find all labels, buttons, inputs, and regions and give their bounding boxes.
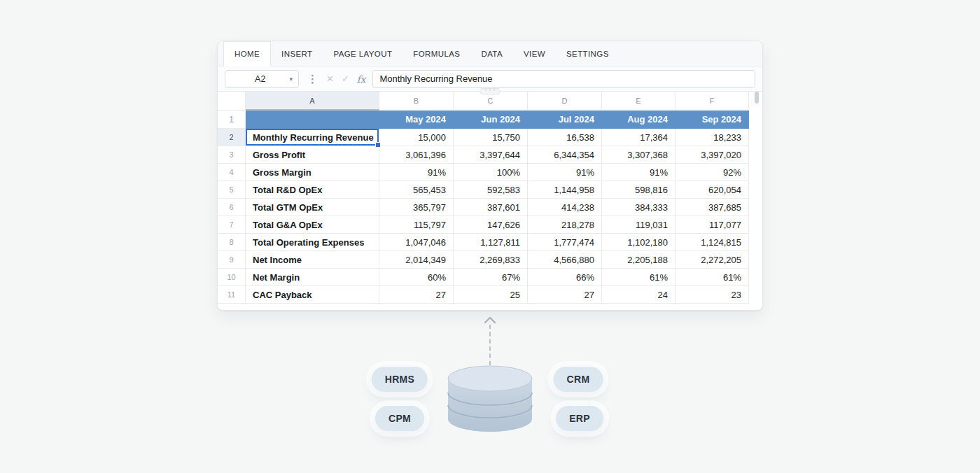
cell[interactable]: 15,750 (454, 129, 528, 146)
cell[interactable]: 117,077 (676, 216, 749, 234)
cell[interactable]: 100% (454, 164, 528, 181)
cell-label[interactable]: Gross Profit (246, 146, 379, 164)
cell[interactable]: 16,538 (528, 129, 602, 146)
tab-insert[interactable]: INSERT (271, 41, 323, 66)
cell[interactable]: 147,626 (454, 216, 528, 234)
cell-label[interactable]: Total Operating Expenses (246, 234, 379, 251)
tab-settings[interactable]: SETTINGS (556, 41, 620, 66)
cell[interactable]: 365,797 (379, 199, 454, 216)
cell[interactable]: Jun 2024 (454, 111, 528, 129)
row-number[interactable]: 10 (218, 269, 246, 286)
cell-label[interactable]: Net Income (246, 251, 379, 269)
row-number[interactable]: 8 (218, 234, 246, 251)
cell[interactable]: 2,269,833 (454, 251, 528, 269)
cell[interactable]: 25 (454, 286, 528, 304)
cell[interactable]: May 2024 (379, 111, 454, 129)
cell[interactable]: 387,601 (454, 199, 528, 216)
row-number[interactable]: 1 (218, 111, 246, 129)
cell[interactable]: 61% (676, 269, 749, 286)
column-header-f[interactable]: F (676, 92, 749, 111)
cell[interactable]: 414,238 (528, 199, 602, 216)
confirm-icon[interactable]: ✓ (342, 74, 349, 83)
cell[interactable]: 2,272,205 (676, 251, 749, 269)
cell[interactable]: 2,205,188 (602, 251, 676, 269)
cell[interactable] (246, 111, 379, 129)
cell[interactable]: 61% (602, 269, 676, 286)
row-number[interactable]: 3 (218, 146, 246, 164)
cell[interactable]: 1,124,815 (676, 234, 749, 251)
cell[interactable]: Aug 2024 (602, 111, 676, 129)
cell[interactable]: 1,144,958 (528, 181, 602, 199)
cell[interactable]: 27 (528, 286, 602, 304)
cell-label[interactable]: Total GTM OpEx (246, 199, 379, 216)
cell[interactable]: 18,233 (676, 129, 749, 146)
cell[interactable]: 3,061,396 (379, 146, 454, 164)
tab-view[interactable]: VIEW (513, 41, 556, 66)
formula-input[interactable] (372, 70, 755, 88)
cell-name-box[interactable]: A2 ▾ (225, 70, 299, 88)
cell[interactable]: 115,797 (379, 216, 454, 234)
vertical-scrollbar[interactable] (755, 92, 759, 104)
cell-reference: A2 (231, 74, 289, 84)
row-number[interactable]: 5 (218, 181, 246, 199)
row-number[interactable]: 7 (218, 216, 246, 234)
cell[interactable]: 91% (602, 164, 676, 181)
fx-icon[interactable]: fx (357, 73, 366, 85)
cell-label[interactable]: Total R&D OpEx (246, 181, 379, 199)
column-header-c[interactable]: C (454, 92, 528, 111)
cell[interactable]: 15,000 (379, 129, 454, 146)
selected-cell-a2[interactable]: Monthly Recurring Revenue (246, 129, 379, 146)
tab-formulas[interactable]: FORMULAS (402, 41, 470, 66)
row-number[interactable]: 4 (218, 164, 246, 181)
cell[interactable]: 24 (602, 286, 676, 304)
cell[interactable]: 27 (379, 286, 454, 304)
cell[interactable]: 1,047,046 (379, 234, 454, 251)
pane-resize-grip[interactable] (479, 88, 500, 94)
column-header-a[interactable]: A (246, 92, 379, 111)
cell[interactable]: 60% (379, 269, 454, 286)
column-header-e[interactable]: E (602, 92, 676, 111)
cell-label[interactable]: CAC Payback (246, 286, 379, 304)
tab-home[interactable]: HOME (223, 41, 271, 66)
cell[interactable]: 3,397,020 (676, 146, 749, 164)
cell[interactable]: 67% (454, 269, 528, 286)
cell[interactable]: 23 (676, 286, 749, 304)
column-header-d[interactable]: D (528, 92, 602, 111)
tab-data[interactable]: DATA (470, 41, 513, 66)
cell[interactable]: Jul 2024 (528, 111, 602, 129)
tab-page-layout[interactable]: PAGE LAYOUT (323, 41, 402, 66)
cancel-icon[interactable]: ✕ (326, 74, 334, 83)
cell-label[interactable]: Total G&A OpEx (246, 216, 379, 234)
cell[interactable]: 565,453 (379, 181, 454, 199)
cell[interactable]: 3,397,644 (454, 146, 528, 164)
kebab-menu-icon[interactable]: ⋮ (306, 73, 319, 84)
row-number[interactable]: 2 (218, 129, 246, 146)
row-number[interactable]: 11 (218, 286, 246, 304)
cell[interactable]: 1,777,474 (528, 234, 602, 251)
cell[interactable]: 17,364 (602, 129, 676, 146)
cell[interactable]: Sep 2024 (676, 111, 749, 129)
cell[interactable]: 4,566,880 (528, 251, 602, 269)
row-number[interactable]: 6 (218, 199, 246, 216)
cell[interactable]: 91% (379, 164, 454, 181)
cell[interactable]: 598,816 (602, 181, 676, 199)
cell[interactable]: 92% (676, 164, 749, 181)
cell[interactable]: 2,014,349 (379, 251, 454, 269)
cell-label[interactable]: Gross Margin (246, 164, 379, 181)
cell[interactable]: 384,333 (602, 199, 676, 216)
select-all-corner[interactable] (218, 92, 246, 111)
cell[interactable]: 387,685 (676, 199, 749, 216)
cell-label[interactable]: Net Margin (246, 269, 379, 286)
cell[interactable]: 1,127,811 (454, 234, 528, 251)
cell[interactable]: 3,307,368 (602, 146, 676, 164)
row-number[interactable]: 9 (218, 251, 246, 269)
cell[interactable]: 592,583 (454, 181, 528, 199)
cell[interactable]: 91% (528, 164, 602, 181)
column-header-b[interactable]: B (379, 92, 454, 111)
cell[interactable]: 6,344,354 (528, 146, 602, 164)
cell[interactable]: 218,278 (528, 216, 602, 234)
cell[interactable]: 620,054 (676, 181, 749, 199)
cell[interactable]: 1,102,180 (602, 234, 676, 251)
cell[interactable]: 119,031 (602, 216, 676, 234)
cell[interactable]: 66% (528, 269, 602, 286)
